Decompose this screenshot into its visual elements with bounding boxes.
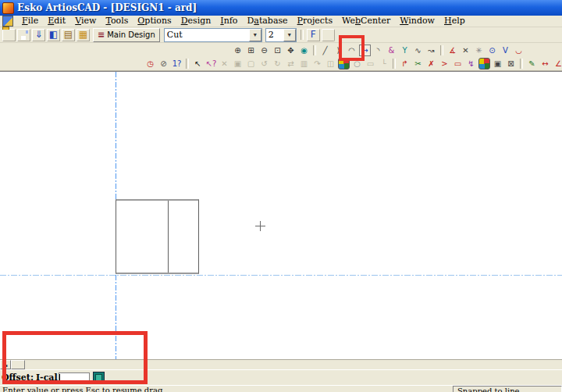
adjust-button[interactable]: ↱ [399,58,411,69]
line-tool-button[interactable]: ╱ [319,45,331,56]
title-bar: Esko ArtiosCAD - [DESIGN1 - ard] [0,0,562,16]
select-info-button[interactable]: ↖? [205,58,217,69]
move-l-button[interactable]: └ [378,58,389,69]
toolbar-separator [186,59,189,69]
pin-note-button[interactable]: ⊘ [158,58,169,69]
database-info-button[interactable]: ▤ [62,29,75,41]
export-button[interactable]: ⇓ [32,29,45,41]
line-angle-tool-button[interactable]: ⟩ [333,45,344,56]
stretch-button[interactable]: ⇄ [285,58,297,69]
workspace-button[interactable]: ▦ [76,29,90,41]
rotate-right-button[interactable]: ↻ [272,58,283,69]
mirror-copy-button[interactable]: ◫ [325,58,336,69]
fit-rect-button[interactable]: ▣ [492,58,503,69]
branch-tool-button[interactable]: Y [399,45,411,56]
menu-bar: FileEditViewToolsOptionsDesignInfoDataba… [0,16,562,27]
view-and-draw-toolbar: ⊕⊞⊖⊡✥◉╱⟩◠→◝&Y∿↝∡✕✳⊙V◡ [0,43,562,57]
view-mode-button[interactable]: ◉ [298,45,310,56]
offset-value: I-cal [36,372,58,383]
distance-dimension-button[interactable]: ↔ [539,58,551,69]
toolbar-separator [440,45,443,55]
line-type-value: Cut [165,30,249,40]
angle-from-line-button[interactable]: ∡ [446,45,458,56]
extend-button[interactable]: > [439,58,450,69]
main-design-button[interactable]: ≡ Main Design [93,28,160,42]
chevron-down-icon[interactable]: ▾ [283,29,296,41]
scrollbar-thumb[interactable] [11,360,25,369]
rebuild-playback-button[interactable]: ◷ [144,58,156,69]
arc-tool-button[interactable]: ◠ [346,45,357,56]
fit-cross-button[interactable]: ⊠ [505,58,517,69]
zoom-out-button[interactable]: ⊖ [258,45,270,56]
cut-line-button[interactable]: ✗ [425,58,437,69]
offset-line-tool-button[interactable]: → [359,45,371,56]
item-information-button[interactable]: 1? [171,58,183,69]
menu-design[interactable]: Design [176,16,216,27]
menu-database[interactable]: Database [242,16,292,27]
crosshair-cursor [255,221,265,231]
menu-help[interactable]: Help [439,16,470,27]
menu-options[interactable]: Options [133,16,176,27]
rotate-left-button[interactable]: ↺ [258,58,270,69]
menu-info[interactable]: Info [215,16,242,27]
status-bar: Enter value or press Esc to resume drag … [0,385,562,392]
confirm-button[interactable] [93,372,105,383]
measure-button[interactable]: ✎ [526,58,538,69]
angle-dimension-button[interactable]: ∠ [553,58,562,69]
select-button[interactable]: ↖ [192,58,204,69]
fillet-tool-button[interactable]: ◝ [372,45,384,56]
menu-tools[interactable]: Tools [101,16,133,27]
circle-tool-button[interactable]: ⊙ [486,45,498,56]
document-icon[interactable] [2,16,13,27]
menu-view[interactable]: View [70,16,101,27]
menu-webcenter[interactable]: WebCenter [337,16,395,27]
format-button[interactable]: F [307,29,320,41]
polyline-tool-button[interactable]: ↝ [425,45,437,56]
arc-end-tool-button[interactable]: ◡ [513,45,525,56]
save-button[interactable] [17,29,30,41]
menu-edit[interactable]: Edit [43,16,70,27]
pointage-value: 2 [266,30,283,40]
zoom-window-button[interactable]: ⊞ [245,45,257,56]
pointage-combobox[interactable]: 2 ▾ [265,28,297,42]
zoom-in-button[interactable]: ⊕ [232,45,244,56]
snap-status: Snapped to line [453,386,562,392]
panel-divider-line [168,201,169,273]
horizontal-scrollbar[interactable]: ◄ [0,359,562,369]
pan-button[interactable]: ✥ [285,45,297,56]
horizontal-guide-line [0,275,562,276]
menu-projects[interactable]: Projects [293,16,337,27]
design-browser-button[interactable]: ◧ [47,29,60,41]
chevron-down-icon[interactable]: ▾ [249,29,261,41]
blend-tool-button[interactable]: & [386,45,397,56]
delete-button[interactable]: ✕ [219,58,230,69]
paste-rect-button[interactable]: ▭ [365,58,376,69]
group-button[interactable]: ▣ [232,58,244,69]
v-notch-tool-button[interactable]: V [500,45,511,56]
line-type-combobox[interactable]: Cut ▾ [164,28,262,42]
curve-tool-button[interactable]: ∿ [412,45,424,56]
drawing-canvas[interactable] [0,71,562,359]
rotate-copy-button[interactable]: ↷ [311,58,323,69]
ungroup-button[interactable]: ▢ [245,58,257,69]
main-toolbar: ⇓◧▤▦ ≡ Main Design Cut ▾ 2 ▾ F [0,27,562,43]
copy-button[interactable]: ▥ [298,58,310,69]
zigzag-button[interactable]: ↯ [465,58,477,69]
menu-file[interactable]: File [17,16,43,27]
hatch-lines-button[interactable]: ✳ [473,45,485,56]
toolbar-separator [301,30,304,40]
convert-3d-button[interactable] [322,29,335,41]
color-palette-button[interactable] [338,58,350,69]
toolbar-separator [313,45,316,55]
sever-button[interactable]: ✂ [412,58,424,69]
pattern-wheel-button[interactable] [478,58,490,69]
zoom-extents-button[interactable]: ⊡ [272,45,283,56]
ellipse-button[interactable]: ○ [351,58,363,69]
toolbar-separator [520,59,523,69]
menu-window[interactable]: Window [395,16,439,27]
trim-rect-button[interactable]: ▭ [452,58,464,69]
offset-input[interactable] [59,372,90,383]
scroll-left-button[interactable]: ◄ [0,360,11,369]
open-button[interactable] [2,29,16,41]
cross-lines-button[interactable]: ✕ [460,45,471,56]
